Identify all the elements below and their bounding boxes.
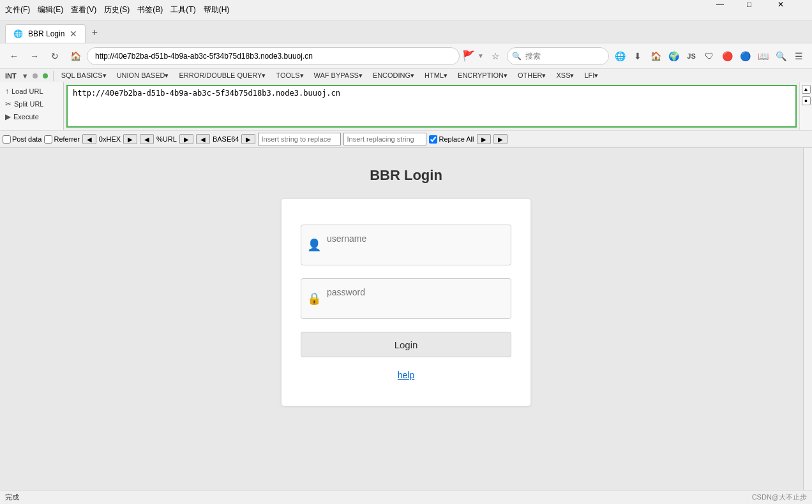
referrer-checkbox[interactable]: Referrer <box>44 135 79 144</box>
js-icon-btn[interactable]: JS <box>683 48 700 64</box>
menu-tools[interactable]: 工具(T) <box>170 4 195 15</box>
minimize-button[interactable]: — <box>716 0 746 20</box>
replace-right-arrow1[interactable]: ▶ <box>477 134 491 144</box>
referrer-label: Referrer <box>54 135 79 143</box>
hackbar-menu-unionbased[interactable]: UNION BASED▾ <box>113 70 173 81</box>
replace-all-checkbox[interactable]: Replace All <box>429 135 474 144</box>
post-data-checkbox[interactable]: Post data <box>3 135 41 144</box>
hex-right-arrow[interactable]: ▶ <box>123 134 137 144</box>
bookmark-button[interactable]: ☆ <box>486 47 504 65</box>
hackbar-menu-xss[interactable]: XSS▾ <box>552 70 578 81</box>
password-input[interactable] <box>327 279 511 306</box>
statusbar: 完成 CSDN@大不止步 <box>0 490 812 504</box>
url-right-arrow[interactable]: ▶ <box>179 134 193 144</box>
address-bar[interactable] <box>87 47 460 65</box>
hackbar-menu-html[interactable]: HTML▾ <box>421 70 451 81</box>
menu-bookmarks[interactable]: 书签(B) <box>137 4 163 15</box>
titlebar: 文件(F) 编辑(E) 查看(V) 历史(S) 书签(B) 工具(T) 帮助(H… <box>0 0 812 20</box>
maximize-button[interactable]: □ <box>747 0 776 20</box>
tab-favicon: 🌐 <box>13 29 23 38</box>
toolbar-icons: 🌐 ⬇ 🏠 🌍 JS 🛡 🔴 🔵 📖 🔍 ☰ <box>612 48 807 64</box>
ext1-icon-btn[interactable]: 🔴 <box>719 48 735 64</box>
tabbar: 🌐 BBR Login ✕ + <box>0 20 812 43</box>
hackbar-menu-tools[interactable]: TOOLS▾ <box>272 70 307 81</box>
hackbar-sep1 <box>53 71 54 81</box>
menu-view[interactable]: 查看(V) <box>71 4 96 15</box>
download-icon-btn[interactable]: ⬇ <box>629 48 646 64</box>
statusbar-right: CSDN@大不止步 <box>752 493 807 502</box>
base64-label: BASE64 <box>213 135 239 143</box>
hackbar-int-label: INT <box>3 71 19 81</box>
base64-left-arrow[interactable]: ◀ <box>196 134 210 144</box>
hackbar-dot1 <box>33 73 38 78</box>
menu-icon-btn[interactable]: ☰ <box>790 48 807 64</box>
username-field: 👤 <box>301 225 511 265</box>
hackbar-url-input[interactable]: http://40e7b2ba-d51b-4b9a-ab3c-5f34b75d1… <box>68 86 795 124</box>
active-tab[interactable]: 🌐 BBR Login ✕ <box>5 24 86 43</box>
execute-item[interactable]: ▶ Execute <box>0 110 63 123</box>
base64-right-arrow[interactable]: ▶ <box>241 134 255 144</box>
replace-all-label: Replace All <box>439 135 474 143</box>
earth-icon-btn[interactable]: 🌐 <box>612 48 628 64</box>
hex-left-arrow[interactable]: ◀ <box>82 134 96 144</box>
earth2-icon-btn[interactable]: 🌍 <box>665 48 682 64</box>
scrollbar[interactable] <box>803 148 812 490</box>
new-tab-button[interactable]: + <box>86 24 103 41</box>
hackbar-expand-btn[interactable]: ▲ <box>802 85 811 94</box>
menu-edit[interactable]: 编辑(E) <box>38 4 63 15</box>
load-url-item[interactable]: ↑ Load URL <box>0 85 63 98</box>
insert-replace-input[interactable] <box>258 133 341 145</box>
refresh-button[interactable]: ↻ <box>46 47 64 65</box>
home-icon-btn2[interactable]: 🏠 <box>647 48 664 64</box>
login-button[interactable]: Login <box>301 332 511 357</box>
menu-history[interactable]: 历史(S) <box>104 4 130 15</box>
referrer-check[interactable] <box>44 135 52 144</box>
zoom-icon-btn[interactable]: 🔍 <box>772 48 789 64</box>
hackbar-top-menu: INT ▼ SQL BASICS▾ UNION BASED▾ ERROR/DOU… <box>0 69 812 82</box>
execute-icon: ▶ <box>5 112 11 121</box>
login-card: 👤 🔒 Login help <box>282 199 530 406</box>
insert-with-input[interactable] <box>343 133 426 145</box>
hackbar-menu-encoding[interactable]: ENCODING▾ <box>369 70 418 81</box>
main-section: BBR Login 👤 🔒 Login help <box>0 148 812 490</box>
split-url-label: Split URL <box>14 100 43 108</box>
url-label: %URL <box>156 135 177 143</box>
forward-button[interactable]: → <box>26 47 43 65</box>
menu-help[interactable]: 帮助(H) <box>204 4 230 15</box>
hackbar-menu-wafbypass[interactable]: WAF BYPASS▾ <box>310 70 366 81</box>
user-icon: 👤 <box>301 232 327 258</box>
main-content: BBR Login 👤 🔒 Login help <box>0 148 812 490</box>
url-left-arrow[interactable]: ◀ <box>140 134 154 144</box>
home-button[interactable]: 🏠 <box>66 47 84 65</box>
hackbar-collapse-btn[interactable]: ● <box>802 96 811 105</box>
search-input[interactable] <box>507 47 609 65</box>
login-container: BBR Login 👤 🔒 Login help <box>0 167 812 406</box>
post-data-check[interactable] <box>3 135 11 144</box>
shield-icon-btn[interactable]: 🛡 <box>701 48 718 64</box>
load-url-label: Load URL <box>11 87 43 95</box>
replace-right-arrow2[interactable]: ▶ <box>493 134 508 144</box>
split-url-icon: ✂ <box>5 100 11 108</box>
hackbar-dot2 <box>43 73 48 78</box>
close-button[interactable]: ✕ <box>778 0 807 20</box>
help-link[interactable]: help <box>398 370 414 380</box>
hex-label: 0xHEX <box>99 135 121 143</box>
hackbar-menu-errordouble[interactable]: ERROR/DOUBLE QUERY▾ <box>175 70 269 81</box>
menu-file[interactable]: 文件(F) <box>5 4 30 15</box>
login-title: BBR Login <box>0 167 812 184</box>
flag-icon[interactable]: 🚩 <box>462 50 475 62</box>
hackbar-menu-encryption[interactable]: ENCRYPTION▾ <box>454 70 511 81</box>
tab-close-button[interactable]: ✕ <box>70 29 77 39</box>
ext2-icon-btn[interactable]: 🔵 <box>737 48 753 64</box>
hackbar-menu-lfi[interactable]: LFI▾ <box>581 70 603 81</box>
back-button[interactable]: ← <box>5 47 23 65</box>
hackbar-dropdown-icon[interactable]: ▼ <box>22 72 29 80</box>
hackbar-url-area: http://40e7b2ba-d51b-4b9a-ab3c-5f34b75d1… <box>66 85 797 128</box>
split-url-item[interactable]: ✂ Split URL <box>0 98 63 110</box>
hackbar-menu-sqlbasics[interactable]: SQL BASICS▾ <box>57 70 110 81</box>
username-input[interactable] <box>327 225 511 252</box>
hackbar-bottom: Post data Referrer ◀ 0xHEX ▶ ◀ %URL ▶ ◀ … <box>0 130 812 147</box>
hackbar-menu-other[interactable]: OTHER▾ <box>514 70 550 81</box>
ext3-icon-btn[interactable]: 📖 <box>755 48 771 64</box>
replace-all-check[interactable] <box>429 135 437 144</box>
